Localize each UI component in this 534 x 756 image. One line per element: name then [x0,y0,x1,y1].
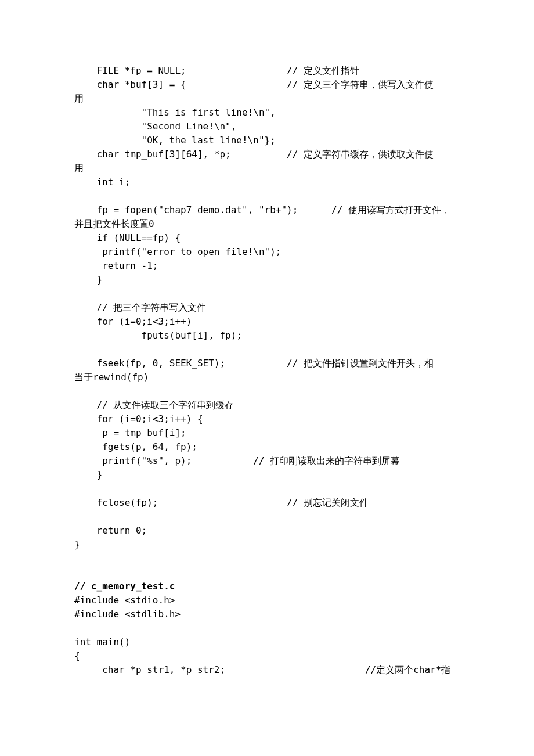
code-line: fputs(buf[i], fp); [74,330,242,341]
code-line: char *p_str1, *p_str2; //定义两个char*指 [74,664,450,675]
code-line: } [74,539,80,550]
code-line: { [74,650,80,661]
code-line: int i; [74,177,130,188]
code-line: p = tmp_buf[i]; [74,427,186,438]
code-line: // c_memory_test.c [74,581,175,592]
code-line: } [74,469,102,480]
code-page: FILE *fp = NULL; // 定义文件指针 char *buf[3] … [0,0,534,735]
code-line: char tmp_buf[3][64], *p; // 定义字符串缓存，供读取文… [74,149,434,160]
code-line: "OK, the last line!\n"}; [74,135,276,146]
code-line: FILE *fp = NULL; // 定义文件指针 [74,65,359,76]
code-line: // 把三个字符串写入文件 [74,302,206,313]
code-line: "This is first line!\n", [74,107,276,118]
code-line: 用 [74,163,84,174]
code-line: #include <stdio.h> [74,595,175,606]
code-line: printf("error to open file!\n"); [74,246,281,257]
code-line: fclose(fp); // 别忘记关闭文件 [74,497,369,508]
code-line: fseek(fp, 0, SEEK_SET); // 把文件指针设置到文件开头，… [74,358,434,369]
code-line: char *buf[3] = { // 定义三个字符串，供写入文件使 [74,79,434,90]
code-line: 用 [74,93,84,104]
code-line: return -1; [74,260,158,271]
code-line: 并且把文件长度置0 [74,218,154,229]
code-line: fgets(p, 64, fp); [74,441,197,452]
code-line: printf("%s", p); // 打印刚读取出来的字符串到屏幕 [74,455,400,466]
code-line: "Second Line!\n", [74,121,236,132]
code-line: #include <stdlib.h> [74,609,181,620]
code-line: return 0; [74,525,147,536]
code-line: fp = fopen("chap7_demo.dat", "rb+"); // … [74,204,450,215]
code-line: int main() [74,636,130,647]
code-line: for (i=0;i<3;i++) [74,316,192,327]
code-line: } [74,274,102,285]
code-line: for (i=0;i<3;i++) { [74,413,203,424]
code-line: if (NULL==fp) { [74,232,181,243]
code-line: 当于rewind(fp) [74,372,149,383]
code-line: // 从文件读取三个字符串到缓存 [74,399,234,411]
